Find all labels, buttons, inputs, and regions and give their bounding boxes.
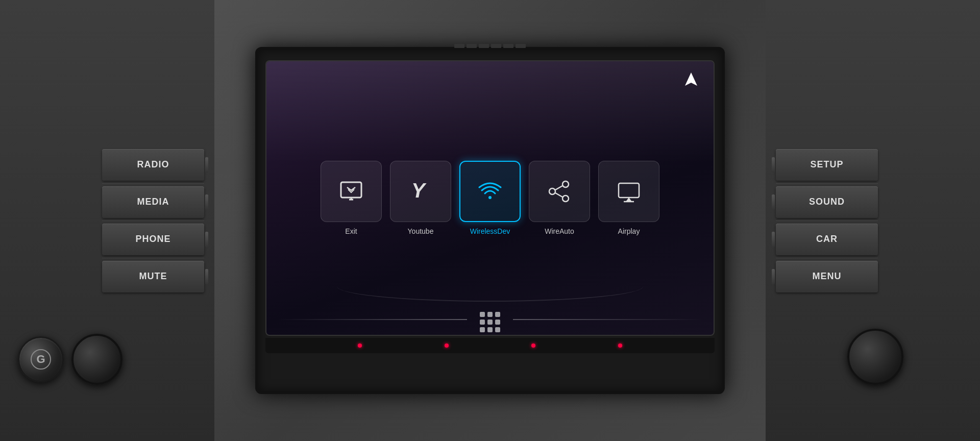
svg-line-9 xyxy=(555,186,562,190)
airplay-icon-box[interactable] xyxy=(598,161,659,222)
left-volume-knob[interactable] xyxy=(71,334,122,385)
exit-icon xyxy=(338,178,364,205)
svg-text:Y: Y xyxy=(411,179,427,202)
media-button[interactable]: MEDIA xyxy=(102,186,204,218)
right-volume-knob[interactable] xyxy=(847,329,903,385)
exit-app-item[interactable]: Exit xyxy=(321,161,382,235)
bottom-navigation-bar xyxy=(266,304,714,335)
youtube-app-item[interactable]: Y Youtube xyxy=(390,161,451,235)
svg-point-7 xyxy=(549,188,555,194)
svg-point-8 xyxy=(562,195,569,202)
vent-slit xyxy=(454,44,464,48)
grid-dot xyxy=(487,327,493,332)
vent-slit xyxy=(479,44,489,48)
exit-icon-box[interactable] xyxy=(321,161,382,222)
left-small-knob[interactable]: G xyxy=(18,336,64,382)
grid-dot xyxy=(480,312,485,317)
dashboard: RADIO MEDIA PHONE MUTE G SETUP SOUND CAR… xyxy=(0,0,980,441)
left-control-panel: RADIO MEDIA PHONE MUTE G xyxy=(0,0,214,441)
bottom-light-strip xyxy=(265,338,715,353)
sound-button[interactable]: SOUND xyxy=(776,186,878,218)
app-grid: Exit Y Youtube xyxy=(321,161,659,235)
wifi-icon xyxy=(477,178,503,205)
screen-arc-decoration xyxy=(337,271,643,302)
youtube-label: Youtube xyxy=(408,227,434,235)
red-indicator-light xyxy=(358,344,362,348)
vent-slit xyxy=(467,44,477,48)
infotainment-unit: Exit Y Youtube xyxy=(255,47,725,394)
red-indicator-light xyxy=(531,344,535,348)
red-indicator-light xyxy=(618,344,622,348)
wirelessdev-icon-box[interactable] xyxy=(459,161,521,222)
svg-rect-11 xyxy=(619,183,639,198)
g-icon: G xyxy=(31,349,51,370)
home-grid-button[interactable] xyxy=(477,309,503,330)
mute-button[interactable]: MUTE xyxy=(102,261,204,292)
car-button[interactable]: CAR xyxy=(776,224,878,255)
airplay-app-item[interactable]: Airplay xyxy=(598,161,659,235)
youtube-icon-box[interactable]: Y xyxy=(390,161,451,222)
grid-dot xyxy=(480,327,485,332)
grid-dot xyxy=(495,327,500,332)
grid-dot xyxy=(495,320,500,325)
exit-label: Exit xyxy=(345,227,357,235)
grid-dot xyxy=(487,320,493,325)
menu-button[interactable]: MENU xyxy=(776,261,878,292)
svg-point-6 xyxy=(562,181,569,187)
airplay-icon xyxy=(616,178,642,205)
svg-point-5 xyxy=(488,196,492,199)
svg-line-10 xyxy=(555,193,562,197)
navigation-arrow-icon xyxy=(684,71,698,91)
svg-marker-0 xyxy=(685,72,697,86)
vent-slit xyxy=(516,44,526,48)
red-indicator-light xyxy=(445,344,449,348)
vent-slit xyxy=(491,44,501,48)
radio-button[interactable]: RADIO xyxy=(102,149,204,181)
grid-dot xyxy=(480,320,485,325)
youtube-icon: Y xyxy=(407,178,434,205)
setup-button[interactable]: SETUP xyxy=(776,149,878,181)
airplay-label: Airplay xyxy=(618,227,640,235)
wireauto-icon-box[interactable] xyxy=(529,161,590,222)
wirelessdev-label: WirelessDev xyxy=(470,227,510,235)
main-screen[interactable]: Exit Y Youtube xyxy=(265,60,715,336)
wireauto-app-item[interactable]: WireAuto xyxy=(529,161,590,235)
wireauto-label: WireAuto xyxy=(545,227,574,235)
share-icon xyxy=(546,178,573,205)
grid-dot xyxy=(487,312,493,317)
wirelessdev-app-item[interactable]: WirelessDev xyxy=(459,161,521,235)
phone-button[interactable]: PHONE xyxy=(102,224,204,255)
right-control-panel: SETUP SOUND CAR MENU xyxy=(766,0,980,441)
vent-slit xyxy=(503,44,513,48)
grid-dot xyxy=(495,312,500,317)
